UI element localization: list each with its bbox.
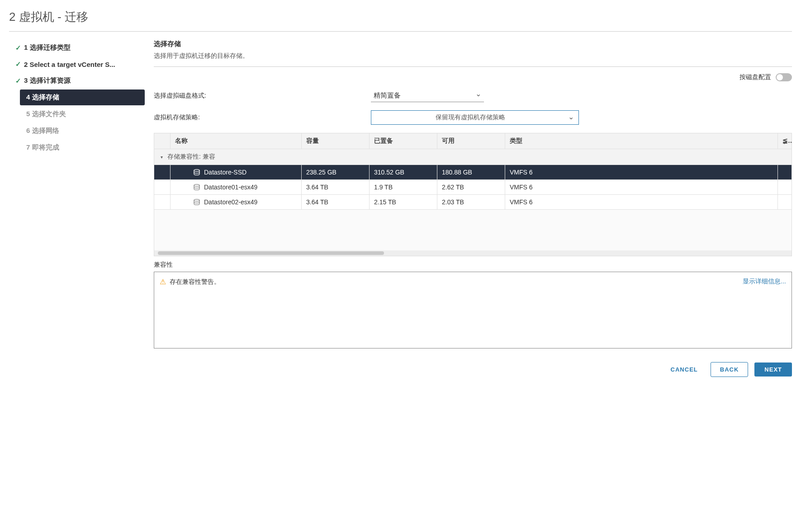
section-title: 选择存储	[154, 40, 792, 48]
ds-name: Datastore-SSD	[204, 169, 246, 176]
disk-format-select[interactable]: 精简置备	[371, 89, 484, 102]
svg-point-0	[194, 169, 199, 171]
ds-provisioned: 2.15 TB	[370, 195, 437, 209]
row-extra	[778, 180, 792, 194]
check-icon: ✓	[15, 77, 21, 85]
check-icon: ✓	[15, 60, 21, 68]
compat-box: ⚠ 存在兼容性警告。 显示详细信息...	[154, 272, 792, 348]
row-extra	[778, 165, 792, 179]
table-row[interactable]: Datastore02-esx49 3.64 TB 2.15 TB 2.03 T…	[154, 195, 792, 210]
ds-provisioned: 1.9 TB	[370, 180, 437, 194]
svg-point-2	[194, 199, 199, 201]
row-spacer	[154, 165, 171, 179]
step-5: 5 选择文件夹	[20, 106, 145, 122]
scrollbar-thumb[interactable]	[158, 251, 384, 255]
step-4[interactable]: 4 选择存储	[20, 89, 145, 105]
ds-provisioned: 310.52 GB	[370, 165, 437, 179]
compat-message: 存在兼容性警告。	[170, 278, 220, 286]
datastore-grid: 名称 容量 已置备 可用 类型 ≨ ▾ 存储兼容性: 兼容 Datastore-…	[154, 133, 792, 256]
step-label: 3 选择计算资源	[24, 76, 71, 85]
cancel-button[interactable]: CANCEL	[664, 363, 704, 377]
row-spacer	[154, 195, 171, 209]
col-free[interactable]: 可用	[437, 133, 505, 149]
wizard-steps: ✓ 1 选择迁移类型 ✓ 2 Select a target vCenter S…	[9, 40, 145, 377]
ds-type: VMFS 6	[505, 180, 778, 194]
grid-empty-space	[154, 210, 792, 250]
per-disk-toggle[interactable]	[776, 73, 792, 81]
step-7: 7 即将完成	[20, 140, 145, 155]
step-label: 4 选择存储	[26, 93, 59, 102]
step-3[interactable]: ✓ 3 选择计算资源	[9, 73, 145, 89]
svg-point-1	[194, 184, 199, 186]
table-row[interactable]: Datastore01-esx49 3.64 TB 1.9 TB 2.62 TB…	[154, 180, 792, 195]
row-spacer	[154, 180, 171, 194]
toggle-label: 按磁盘配置	[739, 73, 771, 81]
ds-name: Datastore02-esx49	[204, 198, 257, 206]
ds-capacity: 238.25 GB	[302, 165, 370, 179]
main-panel: 选择存储 选择用于虚拟机迁移的目标存储。 按磁盘配置 选择虚拟磁盘格式: 精简置…	[154, 40, 792, 377]
step-6: 6 选择网络	[20, 123, 145, 139]
grid-header: 名称 容量 已置备 可用 类型 ≨	[154, 133, 792, 149]
ds-name: Datastore01-esx49	[204, 184, 257, 191]
ds-free: 2.03 TB	[437, 195, 505, 209]
disk-format-label: 选择虚拟磁盘格式:	[154, 92, 371, 100]
warning-icon: ⚠	[160, 278, 166, 286]
check-icon: ✓	[15, 44, 21, 52]
ds-free: 2.62 TB	[437, 180, 505, 194]
col-name[interactable]: 名称	[171, 133, 302, 149]
table-row[interactable]: Datastore-SSD 238.25 GB 310.52 GB 180.88…	[154, 165, 792, 180]
col-type[interactable]: 类型	[505, 133, 778, 149]
col-spacer	[154, 133, 171, 149]
datastore-icon	[193, 198, 200, 206]
storage-policy-select[interactable]: 保留现有虚拟机存储策略	[371, 110, 579, 125]
storage-policy-label: 虚拟机存储策略:	[154, 113, 371, 122]
dialog-title: 2 虚拟机 - 迁移	[9, 9, 792, 32]
ds-capacity: 3.64 TB	[302, 180, 370, 194]
step-label: 5 选择文件夹	[26, 110, 66, 118]
horizontal-scrollbar[interactable]	[154, 250, 792, 256]
ds-capacity: 3.64 TB	[302, 195, 370, 209]
dialog-footer: CANCEL BACK NEXT	[154, 362, 792, 377]
step-label: 1 选择迁移类型	[24, 43, 71, 52]
caret-down-icon: ▾	[161, 155, 163, 160]
group-label: 存储兼容性: 兼容	[167, 153, 215, 160]
section-desc: 选择用于虚拟机迁移的目标存储。	[154, 52, 792, 67]
show-details-link[interactable]: 显示详细信息...	[743, 278, 786, 286]
row-extra	[778, 195, 792, 209]
step-label: 6 选择网络	[26, 127, 59, 135]
step-label: 2 Select a target vCenter S...	[24, 61, 115, 68]
col-extra[interactable]: ≨	[778, 133, 792, 149]
next-button[interactable]: NEXT	[754, 363, 792, 377]
compat-label: 兼容性	[154, 261, 792, 269]
datastore-icon	[193, 169, 200, 176]
ds-type: VMFS 6	[505, 165, 778, 179]
grid-group[interactable]: ▾ 存储兼容性: 兼容	[154, 149, 792, 165]
toggle-knob	[777, 74, 783, 80]
step-label: 7 即将完成	[26, 143, 59, 152]
col-capacity[interactable]: 容量	[302, 133, 370, 149]
ds-free: 180.88 GB	[437, 165, 505, 179]
ds-type: VMFS 6	[505, 195, 778, 209]
datastore-icon	[193, 184, 200, 191]
step-2[interactable]: ✓ 2 Select a target vCenter S...	[9, 56, 145, 72]
back-button[interactable]: BACK	[711, 362, 749, 377]
col-provisioned[interactable]: 已置备	[370, 133, 437, 149]
step-1[interactable]: ✓ 1 选择迁移类型	[9, 40, 145, 56]
